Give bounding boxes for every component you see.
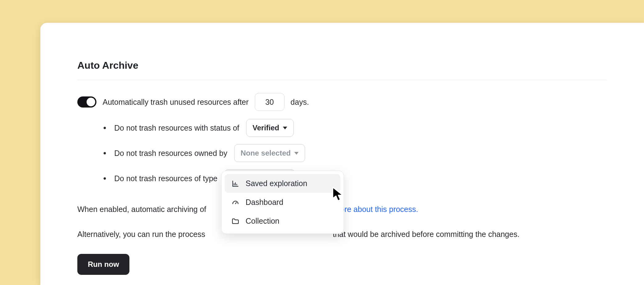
menu-item-dashboard[interactable]: Dashboard <box>225 193 340 212</box>
settings-card: Auto Archive Automatically trash unused … <box>40 23 644 285</box>
status-select-value: Verified <box>253 124 279 132</box>
owner-select-value: None selected <box>241 149 291 157</box>
type-dropdown: Saved exploration Dashboard Collection <box>221 171 344 234</box>
divider <box>77 80 607 80</box>
menu-item-label: Saved exploration <box>246 179 307 188</box>
owner-select[interactable]: None selected <box>234 144 305 162</box>
menu-item-saved-exploration[interactable]: Saved exploration <box>225 174 340 193</box>
learn-more-link[interactable]: more about this process. <box>334 205 418 214</box>
rule-status-label: Do not trash resources with status of <box>114 124 239 132</box>
chevron-down-icon <box>283 127 287 129</box>
folder-icon <box>231 217 239 225</box>
enable-label-after: days. <box>291 98 309 107</box>
menu-item-collection[interactable]: Collection <box>225 212 340 230</box>
menu-item-label: Dashboard <box>246 198 283 207</box>
menu-item-label: Collection <box>246 217 279 226</box>
bar-chart-icon <box>231 180 239 188</box>
rule-type-label: Do not trash resources of type <box>114 174 218 183</box>
rule-owner-label: Do not trash resources owned by <box>114 149 227 158</box>
status-select[interactable]: Verified <box>246 119 294 137</box>
chevron-down-icon <box>294 152 299 155</box>
enable-row: Automatically trash unused resources aft… <box>77 93 607 111</box>
section-title: Auto Archive <box>77 60 607 71</box>
days-input[interactable] <box>255 93 284 111</box>
enable-label-before: Automatically trash unused resources aft… <box>103 98 249 107</box>
desc-line2-before: Alternatively, you can run the process <box>77 230 205 238</box>
gauge-icon <box>231 198 239 206</box>
rule-owner: Do not trash resources owned by None sel… <box>103 144 607 162</box>
run-now-button[interactable]: Run now <box>77 254 129 275</box>
rule-type: Do not trash resources of type None sele… <box>103 169 607 187</box>
rule-status: Do not trash resources with status of Ve… <box>103 119 607 137</box>
desc-line1-before: When enabled, automatic archiving of <box>77 205 206 214</box>
enable-toggle[interactable] <box>77 96 96 108</box>
desc-line2-after: that would be archived before committing… <box>333 230 520 238</box>
